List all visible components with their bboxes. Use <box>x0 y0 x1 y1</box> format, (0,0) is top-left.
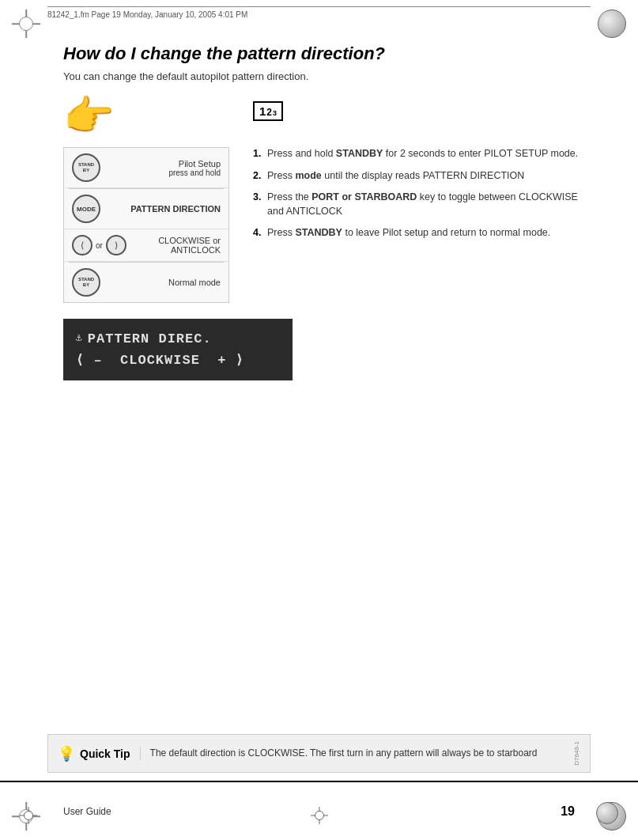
panel-row-mode: MODE PATTERN DIRECTION <box>64 189 228 229</box>
step-badge-2: 2 <box>266 107 272 118</box>
step-badge-1: 1 <box>259 104 266 118</box>
panel-diagram-column: STANDBY Pilot Setup press and hold MODE … <box>63 147 237 303</box>
clockwise-anticlock-label: CLOCKWISE orANTICLOCK <box>133 236 221 255</box>
lcd-text-1: PATTERN DIREC. <box>88 328 212 350</box>
lcd-line-1: ⚓ PATTERN DIREC. <box>76 328 280 350</box>
instruction-1-bold: STANDBY <box>336 148 383 159</box>
pattern-direction-label: PATTERN DIRECTION <box>107 204 221 214</box>
instruction-2: Press mode until the display reads PATTE… <box>253 169 591 184</box>
footer-reg-mark-right <box>596 802 618 824</box>
left-arrow-button: ⟨ <box>72 235 92 255</box>
panel-row-arrows: ⟨ or ⟩ CLOCKWISE orANTICLOCK <box>64 229 228 262</box>
instruction-3: Press the PORT or STARBOARD key to toggl… <box>253 191 591 218</box>
panel-row-standby-bottom: STANDBY Normal mode <box>64 263 228 302</box>
step-badge: 1 2 3 <box>253 101 283 121</box>
corner-mark-tr <box>598 9 626 38</box>
file-info-bar: 81242_1.fm Page 19 Monday, January 10, 2… <box>47 6 591 19</box>
normal-mode-label: Normal mode <box>107 278 221 287</box>
instruction-list: Press and hold STANDBY for 2 seconds to … <box>253 147 591 240</box>
instruction-3-bold: PORT or STARBOARD <box>311 191 417 202</box>
instruction-4-bold: STANDBY <box>295 227 342 238</box>
footer-bar: User Guide 19 <box>0 781 638 840</box>
main-content: How do I change the pattern direction? Y… <box>63 44 591 777</box>
content-columns: STANDBY Pilot Setup press and hold MODE … <box>63 147 591 303</box>
quick-tip-id: D7649-1 <box>573 741 580 766</box>
panel-row-standby-top-labels: Pilot Setup press and hold <box>107 159 221 177</box>
corner-mark-tl <box>12 9 40 38</box>
standby-button-top: STANDBY <box>72 153 100 182</box>
step-badge-3: 3 <box>273 109 277 117</box>
press-hold-label: press and hold <box>107 168 221 177</box>
bulb-icon: 💡 <box>58 745 75 762</box>
arrow-or-text: or <box>96 241 103 250</box>
page-subtitle: You can change the default autopilot pat… <box>63 70 591 82</box>
pilot-setup-label: Pilot Setup <box>107 159 221 168</box>
quick-tip-label: Quick Tip <box>80 747 130 760</box>
panel-row-standby-top: STANDBY Pilot Setup press and hold <box>64 148 228 188</box>
standby-button-bottom: STANDBY <box>72 268 100 297</box>
instruction-2-bold: mode <box>295 170 321 181</box>
footer-user-guide: User Guide <box>63 806 111 817</box>
panel-diagram: STANDBY Pilot Setup press and hold MODE … <box>63 147 229 303</box>
footer-reg-mark-left <box>20 807 37 824</box>
arrow-button-group: ⟨ or ⟩ <box>72 235 126 255</box>
lcd-icon: ⚓ <box>76 331 83 347</box>
footer-page-number: 19 <box>561 804 575 819</box>
quick-tip-bar: 💡 Quick Tip The default direction is CLO… <box>47 734 591 773</box>
mode-button: MODE <box>72 195 100 223</box>
file-info-text: 81242_1.fm Page 19 Monday, January 10, 2… <box>47 10 247 19</box>
instruction-1: Press and hold STANDBY for 2 seconds to … <box>253 147 591 161</box>
right-arrow-button: ⟩ <box>106 235 126 255</box>
lcd-line-2: ⟨ – CLOCKWISE + ⟩ <box>76 350 280 371</box>
quick-tip-text: The default direction is CLOCKWISE. The … <box>140 747 568 760</box>
lcd-text-2: ⟨ – CLOCKWISE + ⟩ <box>76 350 244 371</box>
lcd-display: ⚓ PATTERN DIREC. ⟨ – CLOCKWISE + ⟩ <box>63 319 293 380</box>
instruction-4: Press STANDBY to leave Pilot setup and r… <box>253 226 591 240</box>
footer-reg-mark-center <box>311 807 328 824</box>
instructions-column: Press and hold STANDBY for 2 seconds to … <box>253 147 591 303</box>
page-title: How do I change the pattern direction? <box>63 44 591 64</box>
hand-pointer-icon: 👉 <box>63 95 115 136</box>
quick-tip-label-area: 💡 Quick Tip <box>58 745 140 762</box>
